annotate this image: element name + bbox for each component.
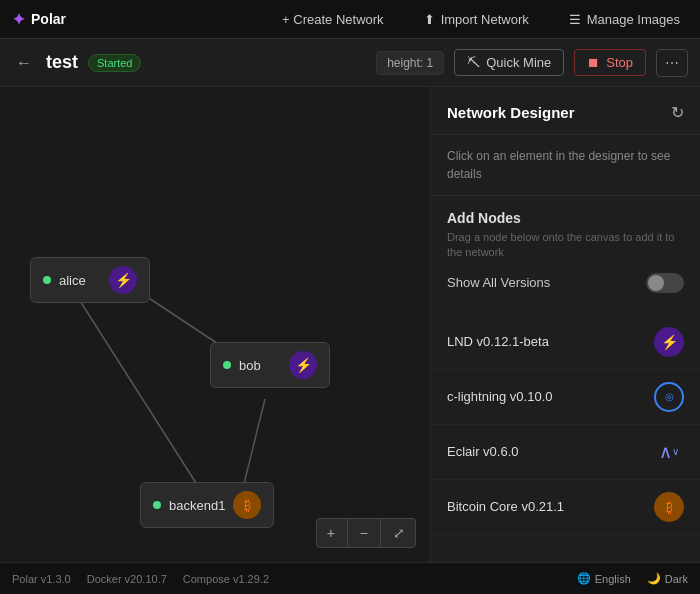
right-panel: Network Designer ↻ Click on an element i… [430,87,700,562]
docker-version: Docker v20.10.7 [87,573,167,585]
header-bar: ← test Started height: 1 ⛏ Quick Mine ⏹ … [0,39,700,87]
quick-mine-button[interactable]: ⛏ Quick Mine [454,49,564,76]
node-list-label: Bitcoin Core v0.21.1 [447,499,564,514]
manage-images-button[interactable]: ☰ Manage Images [561,8,688,31]
more-button[interactable]: ⋯ [656,49,688,77]
node-list-item-eclair[interactable]: Eclair v0.6.0 ∧∨ [431,425,700,480]
panel-header: Network Designer ↻ [431,87,700,135]
panel-hint: Click on an element in the designer to s… [431,135,700,196]
panel-title: Network Designer [447,104,575,121]
page-title: test [46,52,78,73]
node-label: alice [59,273,86,288]
node-list-item-lnd[interactable]: LND v0.12.1-beta ⚡ [431,315,700,370]
globe-icon: 🌐 [577,572,591,585]
clightning-icon: ◎ [654,382,684,412]
zoom-in-button[interactable]: + [317,519,345,547]
svg-line-1 [75,293,210,505]
manage-images-label: Manage Images [587,12,680,27]
status-bar: Polar v1.3.0 Docker v20.10.7 Compose v1.… [0,562,700,594]
lightning-icon: ⚡ [109,266,137,294]
mine-icon: ⛏ [467,55,480,70]
bitcoin-icon: ₿ [233,491,261,519]
zoom-controls: + − ⤢ [316,518,416,548]
stop-label: Stop [606,55,633,70]
manage-icon: ☰ [569,12,581,27]
node-list-label: Eclair v0.6.0 [447,444,519,459]
zoom-out-button[interactable]: − [350,519,378,547]
node-list-item-clightning[interactable]: c-lightning v0.10.0 ◎ [431,370,700,425]
import-network-button[interactable]: ⬆ Import Network [416,8,537,31]
top-nav: ✦ Polar + Create Network ⬆ Import Networ… [0,0,700,39]
node-backend1[interactable]: backend1 ₿ [140,482,274,528]
theme-label: Dark [665,573,688,585]
lightning-icon: ⚡ [289,351,317,379]
node-bob[interactable]: bob ⚡ [210,342,330,388]
language-selector[interactable]: 🌐 English [577,572,631,585]
node-list-label: LND v0.12.1-beta [447,334,549,349]
height-badge: height: 1 [376,51,444,75]
eclair-icon: ∧∨ [654,437,684,467]
node-list-item-bitcoin[interactable]: Bitcoin Core v0.21.1 ₿ [431,480,700,535]
node-status-dot [223,361,231,369]
panel-refresh-button[interactable]: ↻ [671,103,684,122]
language-label: English [595,573,631,585]
status-badge: Started [88,54,141,72]
lnd-icon: ⚡ [654,327,684,357]
add-nodes-section: Add Nodes Drag a node below onto the can… [431,196,700,315]
app-title: Polar [31,11,66,27]
polar-version: Polar v1.3.0 [12,573,71,585]
create-network-label: + Create Network [282,12,384,27]
compose-version: Compose v1.29.2 [183,573,269,585]
node-alice[interactable]: alice ⚡ [30,257,150,303]
show-all-versions-label: Show All Versions [447,275,550,290]
moon-icon: 🌙 [647,572,661,585]
main-area: alice ⚡ bob ⚡ backend1 ₿ + − ⤢ Network D… [0,87,700,562]
quick-mine-label: Quick Mine [486,55,551,70]
show-all-versions-toggle[interactable] [646,273,684,293]
node-list-label: c-lightning v0.10.0 [447,389,553,404]
add-nodes-title: Add Nodes [447,210,684,226]
toggle-thumb [648,275,664,291]
node-status-dot [153,501,161,509]
canvas-area[interactable]: alice ⚡ bob ⚡ backend1 ₿ + − ⤢ [0,87,430,562]
back-button[interactable]: ← [12,50,36,76]
import-network-label: Import Network [441,12,529,27]
bitcoin-core-icon: ₿ [654,492,684,522]
create-network-button[interactable]: + Create Network [274,8,392,31]
import-icon: ⬆ [424,12,435,27]
stop-button[interactable]: ⏹ Stop [574,49,646,76]
app-logo: ✦ Polar [12,10,66,29]
show-all-versions-row: Show All Versions [447,273,684,293]
stop-icon: ⏹ [587,55,600,70]
node-label: bob [239,358,261,373]
theme-toggle[interactable]: 🌙 Dark [647,572,688,585]
logo-icon: ✦ [12,10,25,29]
node-status-dot [43,276,51,284]
node-label: backend1 [169,498,225,513]
add-nodes-hint: Drag a node below onto the canvas to add… [447,230,684,261]
fit-view-button[interactable]: ⤢ [383,519,415,547]
